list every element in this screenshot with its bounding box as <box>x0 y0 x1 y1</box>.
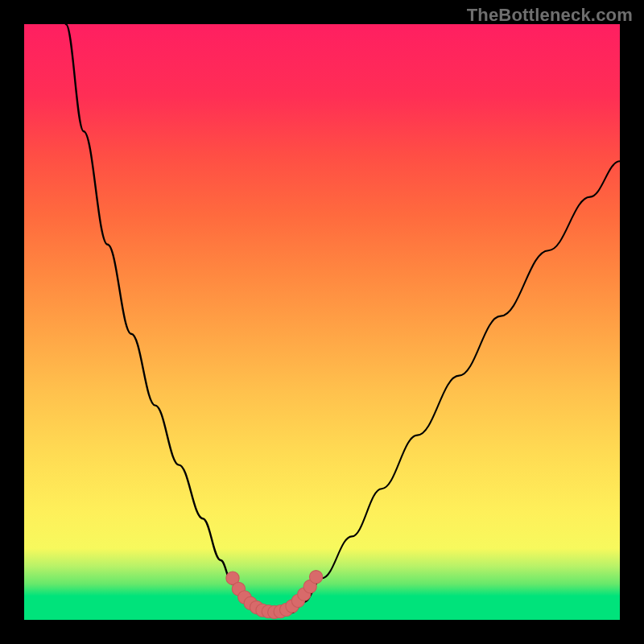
threshold-markers <box>226 571 323 619</box>
threshold-marker <box>309 571 322 584</box>
right-branch-curve <box>304 161 620 602</box>
left-branch-curve <box>66 24 245 602</box>
watermark-label: TheBottleneck.com <box>467 5 633 26</box>
chart-frame: TheBottleneck.com <box>0 0 644 644</box>
curve-group <box>66 24 620 614</box>
plot-area <box>24 24 620 620</box>
